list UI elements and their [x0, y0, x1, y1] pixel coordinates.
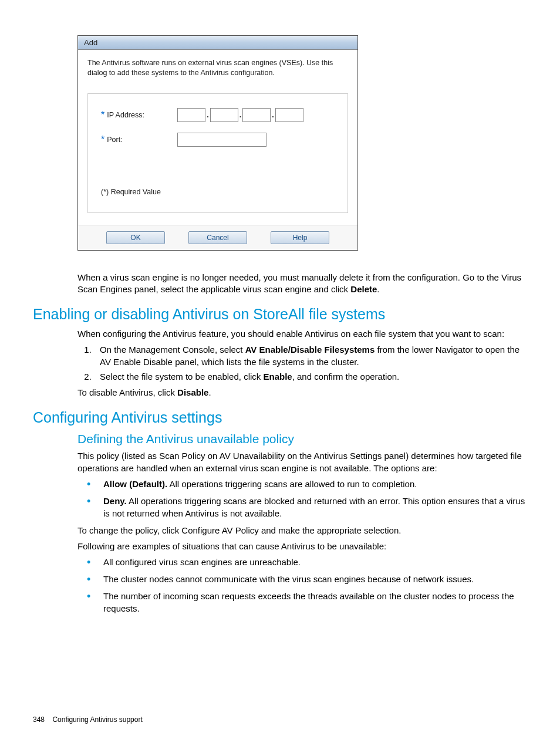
option-bold: Allow (Default).	[103, 479, 167, 489]
step-text: On the Management Console, select	[100, 345, 245, 355]
step-text: Select the file system to be enabled, cl…	[100, 372, 263, 382]
heading-configuring: Configuring Antivirus settings	[33, 409, 527, 426]
policy-options: Allow (Default). All operations triggeri…	[87, 478, 527, 519]
step-bold: Enable	[263, 372, 292, 382]
port-label: Port:	[107, 136, 177, 144]
dialog-description: The Antivirus software runs on external …	[87, 58, 348, 78]
option-allow: Allow (Default). All operations triggeri…	[87, 478, 527, 490]
example-item: The cluster nodes cannot communicate wit…	[87, 573, 527, 585]
ip-address-row: * IP Address: . . .	[101, 108, 335, 122]
required-star-icon: *	[101, 135, 104, 144]
dialog-title: Add	[78, 36, 357, 50]
option-bold: Deny.	[103, 496, 127, 506]
disable-note: To disable Antivirus, click Disable.	[77, 386, 527, 399]
ip-dot-icon: .	[238, 111, 242, 119]
disable-text: .	[208, 387, 211, 397]
ip-octet-2[interactable]	[210, 108, 238, 122]
ip-octet-4[interactable]	[275, 108, 303, 122]
step-text: , and confirm the operation.	[292, 372, 400, 382]
examples-intro: Following are examples of situations tha…	[77, 540, 527, 552]
option-deny: Deny. All operations triggering scans ar…	[87, 495, 527, 519]
dialog-body: The Antivirus software runs on external …	[78, 50, 357, 225]
post-dialog-paragraph: When a virus scan engine is no longer ne…	[77, 272, 527, 296]
para-text: When a virus scan engine is no longer ne…	[77, 272, 521, 294]
option-text: All operations triggering scans are allo…	[167, 479, 417, 489]
ip-dot-icon: .	[271, 111, 275, 119]
required-value-note: (*) Required Value	[101, 188, 335, 196]
disable-bold: Disable	[177, 387, 208, 397]
option-text: All operations triggering scans are bloc…	[103, 496, 525, 518]
ip-dot-icon: .	[205, 111, 210, 119]
page-number: 348	[33, 715, 45, 724]
enable-steps: On the Management Console, select AV Ena…	[94, 343, 527, 383]
dialog-form: * IP Address: . . . * Port:	[87, 93, 348, 213]
required-star-icon: *	[101, 110, 104, 120]
step-bold: AV Enable/Disable Filesystems	[245, 345, 375, 355]
step-2: Select the file system to be enabled, cl…	[94, 370, 527, 383]
ip-octet-1[interactable]	[177, 108, 205, 122]
example-item: All configured virus scan engines are un…	[87, 556, 527, 568]
change-policy-text: To change the policy, click Configure AV…	[77, 524, 527, 536]
page-footer: 348 Configuring Antivirus support	[33, 715, 143, 724]
port-row: * Port:	[101, 133, 335, 147]
ok-button[interactable]: OK	[106, 231, 165, 244]
help-button[interactable]: Help	[271, 231, 329, 244]
dialog-button-bar: OK Cancel Help	[78, 225, 357, 250]
enable-intro: When configuring the Antivirus feature, …	[77, 328, 527, 340]
policy-intro: This policy (listed as Scan Policy on AV…	[77, 450, 527, 474]
add-dialog: Add The Antivirus software runs on exter…	[77, 35, 358, 251]
example-item: The number of incoming scan requests exc…	[87, 590, 527, 615]
ip-octet-3[interactable]	[242, 108, 271, 122]
footer-title: Configuring Antivirus support	[52, 715, 142, 724]
step-1: On the Management Console, select AV Ena…	[94, 343, 527, 368]
disable-text: To disable Antivirus, click	[77, 387, 177, 397]
ip-input-group: . . .	[177, 108, 303, 122]
port-input[interactable]	[177, 133, 266, 147]
heading-policy: Defining the Antivirus unavailable polic…	[77, 432, 527, 446]
ip-address-label: IP Address:	[107, 111, 177, 119]
delete-bold: Delete	[350, 284, 377, 294]
cancel-button[interactable]: Cancel	[188, 231, 247, 244]
heading-enable-disable: Enabling or disabling Antivirus on Store…	[33, 306, 527, 323]
para-text: .	[377, 284, 379, 294]
unavailable-examples: All configured virus scan engines are un…	[87, 556, 527, 615]
